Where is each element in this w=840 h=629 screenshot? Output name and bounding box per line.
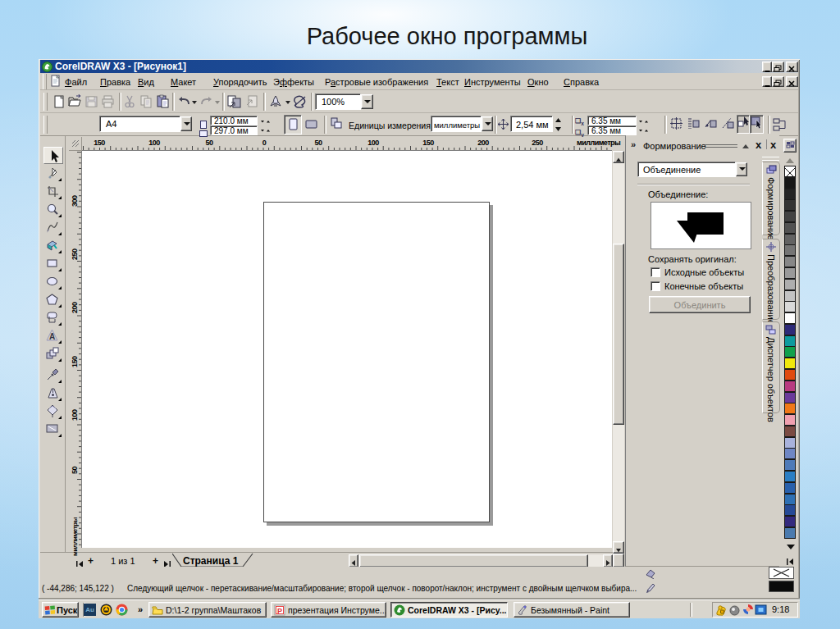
svg-text:P: P [277,607,282,615]
svg-text:A: A [49,332,55,341]
